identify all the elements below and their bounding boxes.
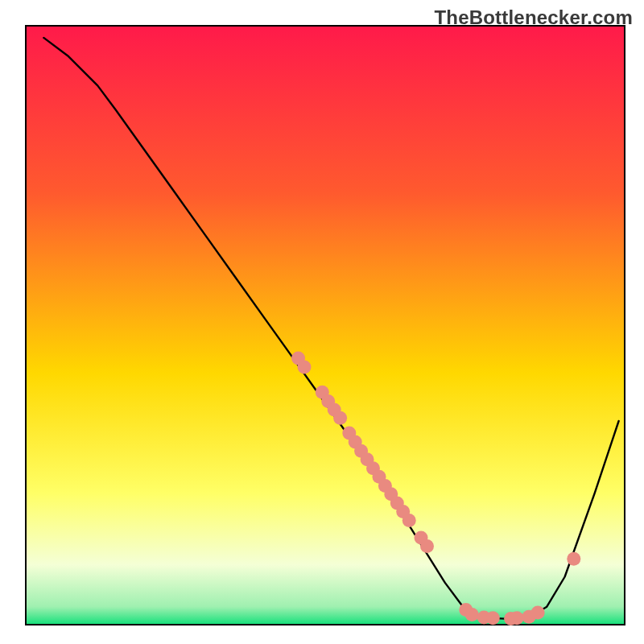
plot-area [26,26,625,625]
curve-marker [531,606,545,620]
curve-marker [402,514,416,527]
curve-marker [420,539,434,553]
gradient-background [26,26,625,625]
curve-marker [567,552,580,566]
curve-marker [510,611,524,625]
curve-marker [486,611,500,625]
bottleneck-chart [0,0,644,644]
curve-marker [298,361,312,374]
curve-marker [465,608,479,621]
chart-container: TheBottlenecker.com [0,0,644,644]
curve-marker [333,411,347,425]
watermark-label: TheBottlenecker.com [434,6,633,29]
